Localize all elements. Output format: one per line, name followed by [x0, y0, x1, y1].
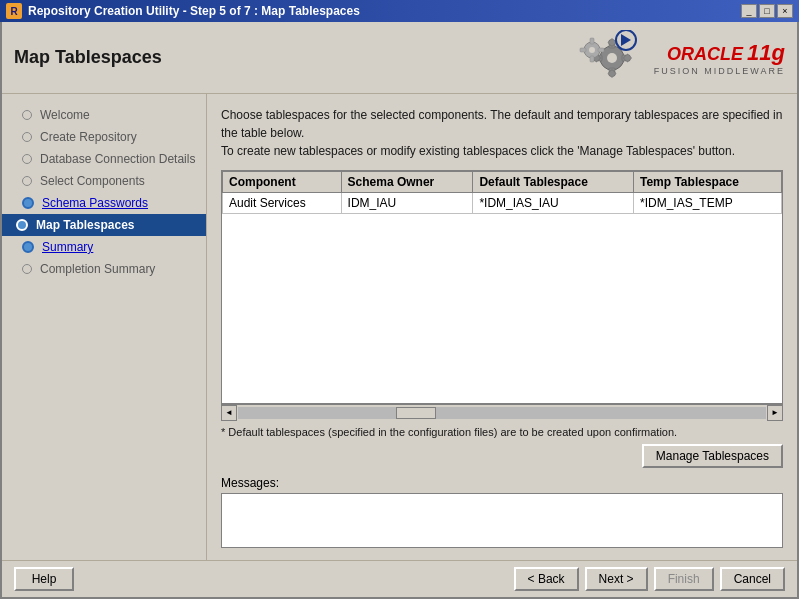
scroll-right-button[interactable]: ► [767, 405, 783, 421]
tablespace-table-container: Component Schema Owner Default Tablespac… [221, 170, 783, 404]
window-title: Repository Creation Utility - Step 5 of … [28, 4, 741, 18]
tablespace-table: Component Schema Owner Default Tablespac… [222, 171, 782, 214]
step-icon-create [22, 132, 32, 142]
horizontal-scrollbar[interactable]: ◄ ► [221, 404, 783, 420]
svg-rect-14 [580, 48, 586, 52]
step-icon-summary [22, 241, 34, 253]
sidebar-item-completion-summary: Completion Summary [2, 258, 206, 280]
step-icon-db [22, 154, 32, 164]
cell-temp-tablespace: *IDM_IAS_TEMP [633, 193, 781, 214]
scroll-thumb[interactable] [396, 407, 436, 419]
back-button[interactable]: < Back [514, 567, 579, 591]
page-title: Map Tablespaces [14, 47, 162, 68]
col-schema-owner: Schema Owner [341, 172, 473, 193]
sidebar-item-welcome: Welcome [2, 104, 206, 126]
svg-rect-15 [598, 48, 604, 52]
scroll-track[interactable] [238, 407, 766, 419]
step-icon-welcome [22, 110, 32, 120]
sidebar-item-schema-passwords[interactable]: Schema Passwords [2, 192, 206, 214]
finish-button[interactable]: Finish [654, 567, 714, 591]
main-window: Map Tablespaces [0, 22, 799, 599]
gear-decoration [574, 30, 644, 85]
title-bar: R Repository Creation Utility - Step 5 o… [0, 0, 799, 22]
svg-point-11 [589, 47, 595, 53]
cell-component: Audit Services [223, 193, 342, 214]
step-icon-completion [22, 264, 32, 274]
navigation-buttons: < Back Next > Finish Cancel [514, 567, 785, 591]
minimize-button[interactable]: _ [741, 4, 757, 18]
col-component: Component [223, 172, 342, 193]
table-empty-space [222, 214, 782, 403]
app-icon: R [6, 3, 22, 19]
help-button[interactable]: Help [14, 567, 74, 591]
messages-label: Messages: [221, 476, 783, 490]
next-button[interactable]: Next > [585, 567, 648, 591]
content-area: Welcome Create Repository Database Conne… [2, 94, 797, 560]
oracle-brand: ORACLE [667, 44, 743, 65]
oracle-logo: ORACLE 11g FUSION MIDDLEWARE [654, 40, 785, 76]
svg-rect-12 [590, 38, 594, 44]
manage-button-row: Manage Tablespaces [221, 444, 783, 468]
sidebar-item-create-repository: Create Repository [2, 126, 206, 148]
step-icon-map [16, 219, 28, 231]
footnote: * Default tablespaces (specified in the … [221, 426, 783, 438]
step-icon-select [22, 176, 32, 186]
instruction-text: Choose tablespaces for the selected comp… [221, 106, 783, 160]
header: Map Tablespaces [2, 22, 797, 94]
scroll-left-button[interactable]: ◄ [221, 405, 237, 421]
bottom-bar: Help < Back Next > Finish Cancel [2, 560, 797, 597]
sidebar-item-select-components: Select Components [2, 170, 206, 192]
col-default-tablespace: Default Tablespace [473, 172, 634, 193]
fusion-product: FUSION MIDDLEWARE [654, 66, 785, 76]
messages-box [221, 493, 783, 548]
version-badge: 11g [747, 40, 785, 66]
table-header-row: Component Schema Owner Default Tablespac… [223, 172, 782, 193]
cell-schema-owner: IDM_IAU [341, 193, 473, 214]
step-icon-schema [22, 197, 34, 209]
svg-point-1 [607, 53, 617, 63]
sidebar-item-summary[interactable]: Summary [2, 236, 206, 258]
close-button[interactable]: × [777, 4, 793, 18]
col-temp-tablespace: Temp Tablespace [633, 172, 781, 193]
manage-tablespaces-button[interactable]: Manage Tablespaces [642, 444, 783, 468]
main-panel: Choose tablespaces for the selected comp… [207, 94, 797, 560]
cell-default-tablespace: *IDM_IAS_IAU [473, 193, 634, 214]
sidebar-item-map-tablespaces: Map Tablespaces [2, 214, 206, 236]
svg-rect-13 [590, 56, 594, 62]
sidebar-item-db-connection: Database Connection Details [2, 148, 206, 170]
window-controls[interactable]: _ □ × [741, 4, 793, 18]
maximize-button[interactable]: □ [759, 4, 775, 18]
sidebar: Welcome Create Repository Database Conne… [2, 94, 207, 560]
cancel-button[interactable]: Cancel [720, 567, 785, 591]
table-row[interactable]: Audit Services IDM_IAU *IDM_IAS_IAU *IDM… [223, 193, 782, 214]
